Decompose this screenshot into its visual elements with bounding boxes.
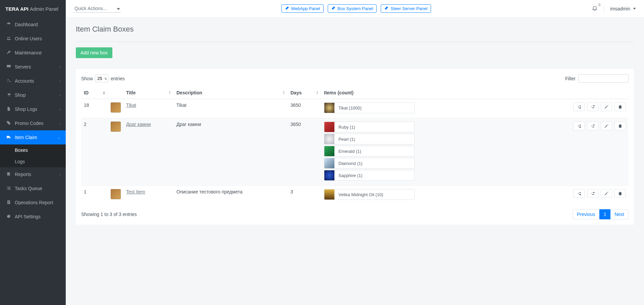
sidebar-item-accounts[interactable]: Accounts ›	[0, 74, 66, 88]
chevron-right-icon: ›	[59, 107, 60, 111]
quick-actions-dropdown[interactable]: Quick Actions...	[74, 4, 121, 13]
quick-actions-label: Quick Actions...	[74, 6, 107, 11]
add-new-box-button[interactable]: Add new box	[76, 47, 112, 58]
svg-point-1	[9, 37, 10, 38]
svg-point-9	[9, 138, 10, 138]
cell-actions	[422, 99, 629, 118]
send-to-group-button[interactable]	[587, 102, 598, 111]
item-thumbnail	[324, 189, 334, 200]
send-to-user-button[interactable]	[573, 122, 585, 130]
edit-button[interactable]	[601, 102, 612, 111]
chevron-right-icon: ›	[59, 79, 60, 83]
notifications-bell[interactable]: 0	[592, 5, 598, 12]
item-name: Diamond (1)	[334, 161, 367, 166]
delete-button[interactable]	[614, 122, 626, 130]
sidebar-item-label: Accounts	[15, 78, 34, 84]
item-pill[interactable]: Tikat (1000)	[324, 102, 415, 113]
col-header-title[interactable]: Title ▲▼	[123, 87, 174, 99]
chevron-right-icon: ›	[59, 65, 60, 69]
sidebar-item-reports[interactable]: Reports ›	[0, 167, 66, 181]
sidebar-subitem-label: Logs	[15, 159, 25, 164]
sidebar-item-online-users[interactable]: Online Users	[0, 32, 66, 46]
pagination-next[interactable]: Next	[610, 209, 629, 219]
box-thumbnail	[111, 189, 121, 199]
send-to-user-button[interactable]	[573, 189, 585, 198]
sidebar-item-label: Item Claim	[15, 135, 37, 140]
dashboard-icon	[5, 22, 12, 28]
sidebar-subitem-logs[interactable]: Logs	[0, 156, 66, 167]
cell-description: Tikat	[174, 99, 288, 118]
svg-point-24	[593, 192, 594, 193]
filter-input[interactable]	[578, 74, 629, 83]
page-title: Item Claim Boxes	[76, 25, 634, 34]
sidebar-item-label: Online Users	[15, 36, 42, 41]
cell-icon	[108, 186, 123, 205]
user-menu[interactable]: imsadmin	[610, 6, 636, 11]
cell-days: 3650	[288, 99, 321, 118]
col-header-days[interactable]: Days ▲▼	[288, 87, 321, 99]
item-name: Velika Midnight Oil (10)	[334, 192, 387, 197]
cell-title: Драг камни	[123, 118, 174, 186]
table-info: Showing 1 to 3 of 3 entries	[81, 212, 137, 217]
sidebar: TERA API Admin Panel Dashboard Online Us…	[0, 0, 66, 305]
delete-button[interactable]	[614, 189, 626, 198]
topbar-panel-links: WebApp PanelBox System PanelSteer Server…	[281, 4, 431, 13]
file-icon	[5, 106, 12, 112]
pagination-previous[interactable]: Previous	[573, 209, 599, 219]
sidebar-item-item-claim[interactable]: Item Claim ⌄	[0, 130, 66, 144]
item-pill[interactable]: Diamond (1)	[324, 158, 415, 169]
pagination-page-1[interactable]: 1	[599, 209, 610, 219]
sidebar-item-dashboard[interactable]: Dashboard	[0, 17, 66, 32]
item-pill[interactable]: Pearl (1)	[324, 134, 415, 144]
sidebar-item-tasks-queue[interactable]: Tasks Queue	[0, 181, 66, 195]
box-thumbnail	[111, 122, 121, 132]
col-header-description[interactable]: Description ▲▼	[174, 87, 288, 99]
sidebar-brand[interactable]: TERA API Admin Panel	[0, 0, 66, 17]
edit-button[interactable]	[601, 122, 612, 130]
cell-id: 2	[81, 118, 108, 186]
page-size-select[interactable]: 25	[95, 75, 109, 82]
sidebar-item-maintenance[interactable]: Maintenance	[0, 46, 66, 60]
panel-link-steer-server-panel[interactable]: Steer Server Panel	[381, 4, 431, 13]
item-pill[interactable]: Ruby (1)	[324, 122, 415, 132]
sidebar-item-servers[interactable]: Servers ›	[0, 60, 66, 74]
edit-button[interactable]	[601, 189, 612, 198]
sidebar-item-api-settings[interactable]: API Settings	[0, 210, 66, 224]
col-header-id[interactable]: ID ▲▼	[81, 87, 108, 99]
item-pill[interactable]: Sapphire (1)	[324, 170, 415, 181]
truck-icon	[5, 135, 12, 140]
cell-actions	[422, 118, 629, 186]
sidebar-subitem-boxes[interactable]: Boxes	[0, 144, 66, 156]
box-title-link[interactable]: Test Item	[126, 189, 145, 194]
send-to-group-button[interactable]	[587, 189, 598, 198]
sidebar-item-promo-codes[interactable]: Promo Codes ›	[0, 116, 66, 130]
box-title-link[interactable]: Tikat	[126, 102, 136, 108]
svg-point-22	[594, 125, 595, 126]
item-pill[interactable]: Velika Midnight Oil (10)	[324, 189, 415, 200]
sidebar-item-shop[interactable]: Shop ›	[0, 88, 66, 102]
sort-icon: ▲▼	[103, 91, 105, 95]
show-label: Show	[81, 76, 93, 81]
cell-actions	[422, 186, 629, 205]
box-thumbnail	[111, 102, 121, 113]
send-to-user-button[interactable]	[573, 102, 585, 111]
sidebar-item-operations-report[interactable]: Operations Report	[0, 195, 66, 210]
send-to-group-button[interactable]	[587, 122, 598, 130]
panel-link-box-system-panel[interactable]: Box System Panel	[328, 4, 377, 13]
sort-icon: ▲▼	[316, 91, 319, 95]
box-title-link[interactable]: Драг камни	[126, 122, 151, 127]
cell-title: Tikat	[123, 99, 174, 118]
sidebar-item-label: Promo Codes	[15, 121, 44, 126]
item-pill[interactable]: Emerald (1)	[324, 146, 415, 157]
item-name: Pearl (1)	[334, 137, 359, 142]
filter-label: Filter	[565, 76, 576, 81]
svg-point-19	[594, 105, 595, 106]
cell-days: 3	[288, 186, 321, 205]
table-row: 1 Test Item Описание тестового предмета …	[81, 186, 629, 205]
boxes-table-card: Show 25 entries Filter ID ▲▼	[76, 69, 634, 225]
panel-link-webapp-panel[interactable]: WebApp Panel	[281, 4, 324, 13]
delete-button[interactable]	[614, 102, 626, 111]
sidebar-item-shop-logs[interactable]: Shop Logs ›	[0, 102, 66, 116]
item-thumbnail	[324, 170, 334, 180]
sidebar-item-label: Reports	[15, 172, 31, 177]
